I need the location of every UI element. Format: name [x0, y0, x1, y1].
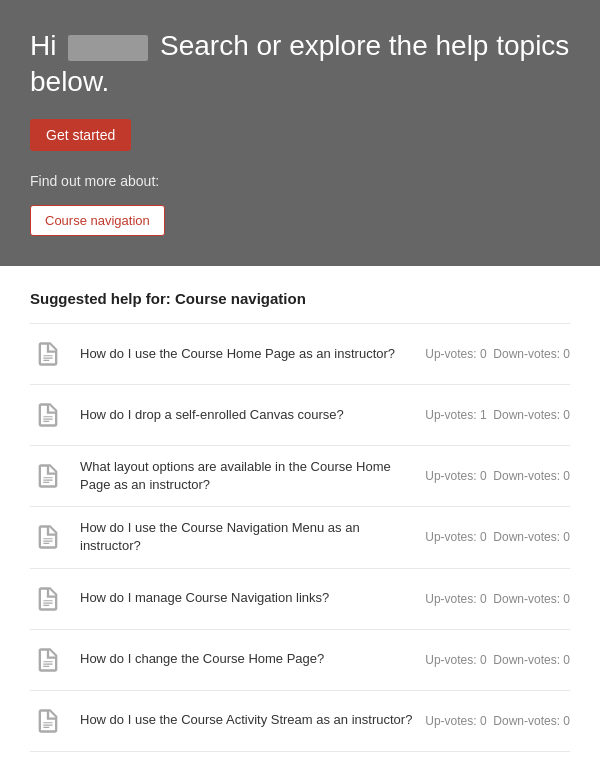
suggested-heading: Suggested help for: Course navigation — [30, 290, 570, 307]
help-list-item[interactable]: How do I use the People page in a course… — [30, 751, 570, 766]
document-icon — [34, 401, 62, 429]
suggested-section: Suggested help for: Course navigation Ho… — [0, 266, 600, 766]
help-item-votes: Up-votes: 0 Down-votes: 0 — [425, 714, 570, 728]
help-item-votes: Up-votes: 0 Down-votes: 0 — [425, 592, 570, 606]
help-item-text: How do I use the Course Home Page as an … — [80, 345, 413, 363]
help-items-list: How do I use the Course Home Page as an … — [30, 323, 570, 766]
help-item-text: How do I use the Course Navigation Menu … — [80, 519, 413, 555]
article-icon — [30, 336, 66, 372]
username-placeholder — [68, 35, 148, 61]
help-list-item[interactable]: How do I use the Course Navigation Menu … — [30, 506, 570, 567]
course-navigation-button[interactable]: Course navigation — [30, 205, 165, 236]
document-icon — [34, 462, 62, 490]
article-icon — [30, 458, 66, 494]
article-icon — [30, 642, 66, 678]
help-item-votes: Up-votes: 0 Down-votes: 0 — [425, 653, 570, 667]
help-item-text: How do I use the Course Activity Stream … — [80, 711, 413, 729]
greeting-text: Hi — [30, 30, 56, 61]
document-icon — [34, 340, 62, 368]
document-icon — [34, 646, 62, 674]
help-item-text: How do I drop a self-enrolled Canvas cou… — [80, 406, 413, 424]
help-list-item[interactable]: How do I change the Course Home Page? Up… — [30, 629, 570, 690]
help-item-votes: Up-votes: 0 Down-votes: 0 — [425, 347, 570, 361]
document-icon — [34, 523, 62, 551]
help-item-votes: Up-votes: 1 Down-votes: 0 — [425, 408, 570, 422]
document-icon — [34, 707, 62, 735]
help-item-votes: Up-votes: 0 Down-votes: 0 — [425, 469, 570, 483]
help-list-item[interactable]: How do I drop a self-enrolled Canvas cou… — [30, 384, 570, 445]
help-list-item[interactable]: How do I use the Course Home Page as an … — [30, 323, 570, 384]
article-icon — [30, 519, 66, 555]
help-item-text: How do I change the Course Home Page? — [80, 650, 413, 668]
help-item-text: How do I manage Course Navigation links? — [80, 589, 413, 607]
help-list-item[interactable]: How do I manage Course Navigation links?… — [30, 568, 570, 629]
article-icon — [30, 397, 66, 433]
get-started-button[interactable]: Get started — [30, 119, 131, 151]
hero-heading: Hi Search or explore the help topics bel… — [30, 28, 570, 101]
help-list-item[interactable]: What layout options are available in the… — [30, 445, 570, 506]
hero-section: Hi Search or explore the help topics bel… — [0, 0, 600, 266]
article-icon — [30, 581, 66, 617]
find-more-label: Find out more about: — [30, 173, 570, 189]
help-list-item[interactable]: How do I use the Course Activity Stream … — [30, 690, 570, 751]
help-item-text: What layout options are available in the… — [80, 458, 413, 494]
help-item-votes: Up-votes: 0 Down-votes: 0 — [425, 530, 570, 544]
article-icon — [30, 703, 66, 739]
document-icon — [34, 585, 62, 613]
